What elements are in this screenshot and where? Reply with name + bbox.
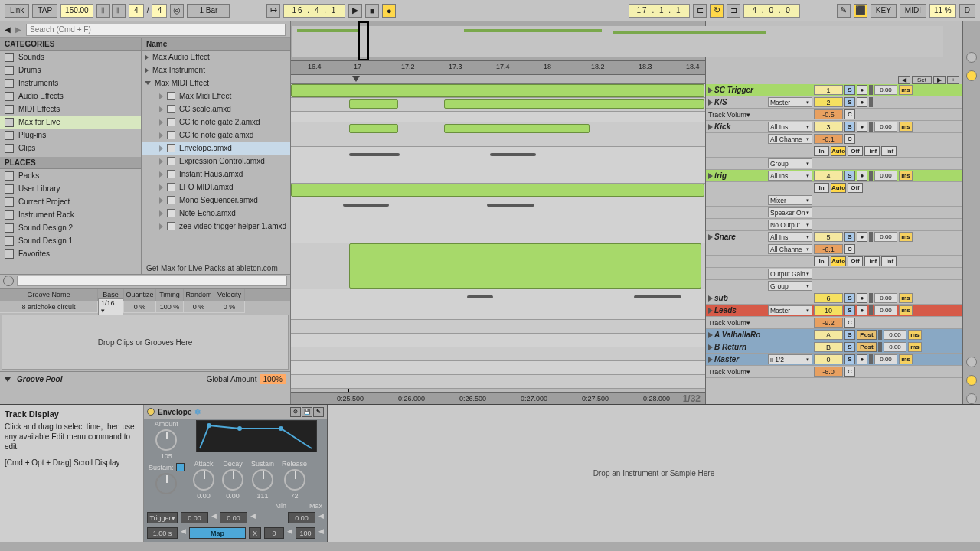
track-lane[interactable] bbox=[291, 122, 705, 147]
fwd-arrow-icon[interactable]: ▶ bbox=[15, 25, 21, 34]
quantize-menu[interactable]: 1 Bar bbox=[187, 4, 230, 18]
category-clips[interactable]: Clips bbox=[0, 142, 141, 155]
c-button[interactable]: C bbox=[844, 109, 855, 119]
track-row-snare[interactable]: SnareAll Ins5S●0.00ms bbox=[706, 231, 962, 243]
file-item[interactable]: CC scale.amxd bbox=[142, 103, 290, 116]
place-user-library[interactable]: User Library bbox=[0, 182, 141, 195]
device-drop-zone[interactable]: Drop an Instrument or Sample Here bbox=[328, 405, 980, 542]
send-value[interactable]: -0.5 bbox=[814, 109, 843, 119]
play-icon[interactable] bbox=[708, 87, 713, 93]
file-item[interactable]: CC to note gate 2.amxd bbox=[142, 116, 290, 129]
track-lane[interactable] bbox=[291, 147, 705, 184]
follow-icon[interactable]: ↦ bbox=[266, 4, 280, 18]
groove-drop-zone[interactable]: Drop Clips or Grooves Here bbox=[2, 315, 289, 370]
track-number[interactable]: 2 bbox=[814, 97, 843, 107]
post-button[interactable]: Post bbox=[857, 330, 877, 340]
groove-header[interactable]: Timing bbox=[156, 289, 184, 301]
track-row-sub[interactable]: sub6S●0.00ms bbox=[706, 292, 962, 305]
sends-toggle[interactable] bbox=[966, 375, 977, 386]
place-sound-design-2[interactable]: Sound Design 2 bbox=[0, 221, 141, 234]
solo-button[interactable]: S bbox=[844, 122, 855, 132]
monitor-in[interactable]: In bbox=[814, 183, 829, 193]
track-lane[interactable] bbox=[291, 184, 705, 197]
monitor-auto[interactable]: Auto bbox=[831, 256, 846, 266]
clip[interactable] bbox=[487, 204, 534, 207]
loop-start[interactable]: 17 . 1 . 1 bbox=[629, 4, 691, 18]
arm-button[interactable]: ● bbox=[857, 305, 867, 315]
sig-num[interactable]: 4 bbox=[129, 4, 144, 18]
groove-cell[interactable]: 1/16 ▾ bbox=[98, 301, 124, 313]
clip[interactable] bbox=[349, 124, 398, 133]
track-lane[interactable] bbox=[291, 243, 705, 289]
io-toggle[interactable] bbox=[966, 357, 977, 367]
arm-button[interactable]: ● bbox=[857, 354, 867, 364]
track-lane[interactable] bbox=[291, 84, 705, 98]
category-samples[interactable]: Samples bbox=[0, 155, 141, 155]
post-button[interactable]: Post bbox=[857, 342, 877, 352]
solo-button[interactable]: S bbox=[844, 293, 855, 303]
time-ruler[interactable]: 1/32 0:25.5000:26.0000:26.5000:27.0000:2… bbox=[291, 392, 705, 404]
track-number[interactable]: 0 bbox=[814, 354, 843, 364]
groove-cell[interactable]: 0 % bbox=[184, 301, 214, 313]
arm-button[interactable]: ● bbox=[857, 85, 867, 95]
device-save-icon[interactable]: 💾 bbox=[302, 407, 312, 417]
routing-select[interactable]: Output Gain bbox=[768, 269, 812, 279]
midi-map-button[interactable]: MIDI bbox=[900, 4, 926, 18]
map-button[interactable]: Map bbox=[189, 527, 246, 539]
routing-select[interactable]: Master bbox=[768, 97, 812, 107]
volume-value[interactable]: 0.00 bbox=[874, 305, 897, 315]
returns-toggle[interactable] bbox=[966, 393, 977, 404]
clip[interactable] bbox=[349, 153, 400, 156]
play-icon[interactable] bbox=[708, 295, 713, 302]
punch-out-icon[interactable]: ⊐ bbox=[727, 4, 740, 18]
device-patch-icon[interactable]: ⊙ bbox=[290, 407, 301, 417]
file-item[interactable]: Max MIDI Effect bbox=[142, 77, 290, 90]
metronome-icon[interactable]: ◎ bbox=[170, 4, 184, 18]
routing-select[interactable]: All Channe bbox=[768, 134, 812, 144]
disclosure-icon[interactable] bbox=[145, 81, 151, 85]
disclosure-icon[interactable] bbox=[159, 197, 163, 204]
play-icon[interactable] bbox=[708, 234, 713, 240]
rate-value[interactable]: 1.00 s bbox=[147, 527, 178, 539]
arm-button[interactable]: ● bbox=[857, 122, 867, 132]
tap-button[interactable]: TAP bbox=[32, 4, 57, 18]
search-input[interactable] bbox=[26, 24, 286, 36]
stage-value[interactable]: 72 bbox=[291, 492, 299, 500]
decay-knob[interactable] bbox=[222, 469, 243, 491]
routing-select[interactable]: All Ins bbox=[768, 232, 812, 242]
grid-ratio[interactable]: 1/32 bbox=[683, 393, 701, 404]
track-number[interactable]: 5 bbox=[814, 232, 843, 242]
groove-cell[interactable]: 0 % bbox=[124, 301, 156, 313]
groove-header[interactable]: Velocity bbox=[214, 289, 245, 301]
track-row-kick[interactable]: KickAll Ins3S●0.00ms bbox=[706, 121, 962, 133]
ms-button[interactable]: ms bbox=[899, 232, 913, 242]
track-row-trig[interactable]: trigAll Ins4S●0.00ms bbox=[706, 170, 962, 182]
monitor--inf[interactable]: -inf bbox=[864, 146, 880, 156]
place-favorites[interactable]: Favorites bbox=[0, 247, 141, 260]
volume-value[interactable]: 0.00 bbox=[874, 171, 897, 181]
play-icon[interactable] bbox=[708, 173, 713, 179]
track-row-master[interactable]: Masterii 1/20S●0.00ms bbox=[706, 354, 962, 366]
volume-value[interactable]: 0.00 bbox=[874, 293, 897, 303]
disclosure-icon[interactable] bbox=[159, 145, 163, 152]
track-lane[interactable] bbox=[291, 320, 705, 334]
track-row-leads[interactable]: LeadsMaster10S●0.00ms bbox=[706, 305, 962, 317]
envelope-display[interactable] bbox=[196, 420, 317, 452]
category-sounds[interactable]: Sounds bbox=[0, 51, 141, 64]
volume-value[interactable]: 0.00 bbox=[874, 354, 897, 364]
nudge-up-icon[interactable]: ⦀ bbox=[112, 4, 126, 18]
routing-select[interactable]: Group bbox=[768, 281, 812, 291]
volume-value[interactable]: 0.00 bbox=[874, 232, 897, 242]
c-button[interactable]: C bbox=[844, 367, 855, 377]
place-sound-design-1[interactable]: Sound Design 1 bbox=[0, 234, 141, 247]
clip[interactable] bbox=[467, 295, 493, 298]
track-number[interactable]: 6 bbox=[814, 293, 843, 303]
ms-button[interactable]: ms bbox=[899, 305, 913, 315]
attack-knob[interactable] bbox=[193, 469, 214, 491]
bar-ruler[interactable]: 16.41717.217.317.41818.218.318.4 bbox=[291, 61, 705, 75]
track-lane[interactable] bbox=[291, 347, 705, 361]
track-number[interactable]: A bbox=[814, 330, 843, 340]
category-audio-effects[interactable]: Audio Effects bbox=[0, 90, 141, 103]
promo-line[interactable]: Get Max for Live Packs at ableton.com bbox=[142, 262, 290, 274]
file-item[interactable]: Max Instrument bbox=[142, 64, 290, 77]
